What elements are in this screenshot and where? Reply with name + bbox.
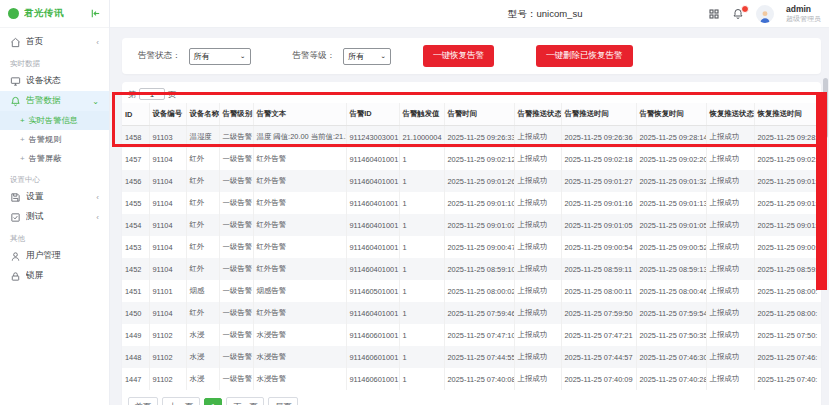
- plus-icon: +: [20, 135, 25, 144]
- user-avatar[interactable]: [756, 5, 774, 23]
- last-page-button[interactable]: 尾页: [268, 397, 298, 405]
- lock-icon: [10, 271, 21, 282]
- sidebar-item-alarm-data[interactable]: 告警数据⌄: [0, 91, 109, 111]
- table-cell: 2025-11-25 09:02:: [754, 148, 821, 170]
- table-cell: 一级告警: [219, 192, 253, 214]
- next-page-button[interactable]: 下一页: [226, 397, 264, 405]
- column-header: 告警推送状态: [514, 103, 561, 126]
- table-row[interactable]: 145591104红外一级告警红外告警91146040100112025-11-…: [122, 192, 821, 214]
- sidebar-item-settings[interactable]: 设置‹: [0, 187, 109, 207]
- sidebar-item-test[interactable]: 测试‹: [0, 207, 109, 227]
- table-cell: 1: [399, 346, 444, 368]
- table-cell: 1456: [122, 170, 149, 192]
- table-cell: 91102: [149, 346, 186, 368]
- table-row[interactable]: 145891103温湿度二级告警温度 阈值:20.00 当前值:21.10911…: [122, 126, 821, 149]
- current-page-button[interactable]: 1: [204, 398, 222, 405]
- sidebar-item-label: 锁屏: [26, 270, 101, 282]
- table-cell: 2025-11-25 07:40:08: [444, 368, 514, 390]
- table-cell: 水浸告警: [253, 368, 346, 390]
- alarm-level-select[interactable]: 所有 ⌄: [343, 48, 391, 65]
- table-cell: 2025-11-25 09:26:36: [561, 126, 636, 149]
- table-row[interactable]: 145491104红外一级告警红外告警91146040100112025-11-…: [122, 214, 821, 236]
- table-cell: 91102: [149, 324, 186, 346]
- table-row[interactable]: 144991102水浸一级告警水浸告警91146060100112025-11-…: [122, 324, 821, 346]
- table-cell: 上报成功: [514, 302, 561, 324]
- page-jump-suffix: 页: [168, 89, 176, 100]
- prev-page-button[interactable]: 上一页: [162, 397, 200, 405]
- table-cell: 1451: [122, 280, 149, 302]
- alarm-status-value: 所有: [194, 51, 210, 62]
- vertical-scrollbar[interactable]: [823, 78, 828, 138]
- chevron-down-icon: ⌄: [92, 97, 99, 106]
- chevron-down-icon: ⌄: [240, 53, 246, 59]
- table-cell: 上报成功: [514, 170, 561, 192]
- chevron-left-icon: ‹: [96, 213, 99, 222]
- table-cell: 2025-11-25 08:00:02: [444, 280, 514, 302]
- table-cell: 一级告警: [219, 324, 253, 346]
- table-row[interactable]: 145091104红外一级告警红外告警91146040100112025-11-…: [122, 302, 821, 324]
- sidebar-item-user-management[interactable]: 用户管理: [0, 246, 109, 266]
- table-cell: 2025-11-25 08:59:13: [636, 258, 706, 280]
- table-cell: 1454: [122, 214, 149, 236]
- table-cell: 温度 阈值:20.00 当前值:21.10: [253, 126, 346, 149]
- table-cell: 1: [399, 214, 444, 236]
- topbar-actions: admin 超级管理员: [708, 0, 821, 28]
- table-cell: 红外告警: [253, 236, 346, 258]
- table-cell: 红外告警: [253, 148, 346, 170]
- table-cell: 2025-11-25 07:47:21: [561, 324, 636, 346]
- table-cell: 1452: [122, 258, 149, 280]
- table-cell: 91104: [149, 170, 186, 192]
- table-row[interactable]: 144891102水浸一级告警水浸告警91146060100112025-11-…: [122, 346, 821, 368]
- sidebar-item-home[interactable]: 首页‹: [0, 32, 109, 52]
- table-cell: 2025-11-25 09:00:52: [636, 236, 706, 258]
- table-cell: 911460501001: [346, 280, 399, 302]
- table-cell: 2025-11-25 07:40:: [754, 368, 821, 390]
- sidebar-item-device-status[interactable]: 设备状态: [0, 71, 109, 91]
- table-cell: 红外: [186, 214, 219, 236]
- table-cell: 2025-11-25 09:01:27: [561, 170, 636, 192]
- logo-row: 君光传讯: [0, 0, 109, 28]
- filter-bar: 告警状态： 所有 ⌄ 告警等级： 所有 ⌄ 一键恢复告警 一键删除已恢复告警: [122, 38, 821, 74]
- notification-bell-icon[interactable]: [732, 8, 744, 20]
- table-row[interactable]: 145791104红外一级告警红外告警91146040100112025-11-…: [122, 148, 821, 170]
- table-cell: 2025-11-25 09:28:: [754, 126, 821, 149]
- table-cell: 上报成功: [706, 302, 754, 324]
- table-cell: 上报成功: [514, 280, 561, 302]
- table-cell: 上报成功: [706, 148, 754, 170]
- apps-grid-icon[interactable]: [708, 8, 720, 20]
- sidebar-subitem-realtime-alarm-info[interactable]: +实时告警信息: [0, 111, 109, 130]
- sidebar-section-sec-settings: 设置中心: [0, 168, 109, 187]
- delete-recovered-alarms-button[interactable]: 一键删除已恢复告警: [536, 45, 633, 67]
- table-cell: 2025-11-25 07:59:50: [561, 302, 636, 324]
- table-cell: 911460601001: [346, 368, 399, 390]
- table-cell: 2025-11-25 09:02:18: [561, 148, 636, 170]
- table-cell: 91103: [149, 126, 186, 149]
- table-row[interactable]: 145191101烟感一级告警烟感告警91146050100112025-11-…: [122, 280, 821, 302]
- table-cell: 上报成功: [706, 368, 754, 390]
- sidebar-item-lock-screen[interactable]: 锁屏: [0, 266, 109, 286]
- sidebar-subitem-alarm-shield[interactable]: +告警屏蔽: [0, 149, 109, 168]
- table-row[interactable]: 145691104红外一级告警红外告警91146040100112025-11-…: [122, 170, 821, 192]
- table-cell: 1449: [122, 324, 149, 346]
- sidebar-item-label: 告警数据: [26, 95, 87, 107]
- alarm-table-card: 第 页 ID设备编号设备名称告警级别告警文本告警ID告警触发值告警时间告警推送状…: [122, 82, 821, 405]
- table-row[interactable]: 144791102水浸一级告警水浸告警91146060100112025-11-…: [122, 368, 821, 390]
- recover-alarms-button[interactable]: 一键恢复告警: [423, 45, 494, 67]
- table-cell: 2025-11-25 09:01:: [754, 214, 821, 236]
- table-cell: 2025-11-25 08:00:11: [561, 280, 636, 302]
- table-cell: 2025-11-25 09:00:54: [561, 236, 636, 258]
- page-jump-input[interactable]: [139, 88, 165, 100]
- table-row[interactable]: 145291104红外一级告警红外告警91146040100112025-11-…: [122, 258, 821, 280]
- sidebar-subitem-alarm-rules[interactable]: +告警规则: [0, 130, 109, 149]
- table-cell: 2025-11-25 07:59:54: [636, 302, 706, 324]
- table-cell: 1: [399, 302, 444, 324]
- sidebar-collapse-icon[interactable]: [90, 8, 101, 19]
- first-page-button[interactable]: 首页: [128, 397, 158, 405]
- user-meta[interactable]: admin 超级管理员: [786, 5, 821, 23]
- table-row[interactable]: 145391104红外一级告警红外告警91146040100112025-11-…: [122, 236, 821, 258]
- main-content: 告警状态： 所有 ⌄ 告警等级： 所有 ⌄ 一键恢复告警 一键删除已恢复告警 第…: [110, 28, 829, 405]
- table-cell: 1458: [122, 126, 149, 149]
- alarm-status-select[interactable]: 所有 ⌄: [189, 48, 251, 65]
- column-header: 设备名称: [186, 103, 219, 126]
- table-cell: 91104: [149, 302, 186, 324]
